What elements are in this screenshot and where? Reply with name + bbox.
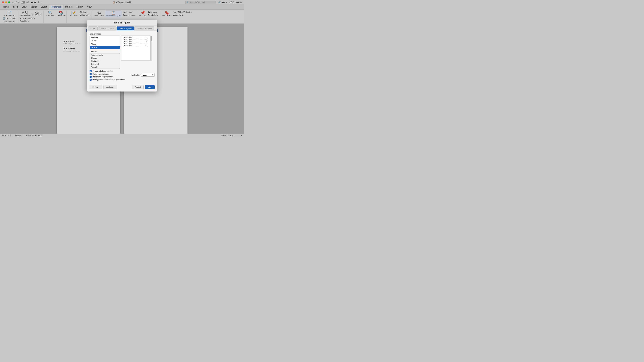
- caption-figure[interactable]: Figure: [90, 42, 120, 46]
- footer-right: Cancel OK: [132, 85, 155, 89]
- formats-list: From template Classic Distinctive Center…: [90, 53, 120, 69]
- preview-item-5: Tabelle 5: Text.........................…: [122, 45, 149, 46]
- preview-item-4: Tabelle 4: Text.........................…: [122, 43, 149, 44]
- caption-fifure[interactable]: Fifure: [90, 39, 120, 42]
- include-label-checkbox[interactable]: [90, 70, 92, 72]
- preview-item-3: Tabelle 3: Text.........................…: [122, 41, 149, 42]
- right-align-text: Right align page numbers: [92, 76, 113, 78]
- checkbox-right-align: Right align page numbers: [90, 76, 125, 78]
- caption-tabelle[interactable]: Tabelle: [90, 46, 120, 49]
- checkbox-hyperlinks: Use hyperlinks instead of page numbers: [90, 79, 125, 81]
- cancel-button[interactable]: Cancel: [132, 85, 144, 89]
- caption-column: Equation Fifure Figure Tabelle Formats: …: [90, 35, 120, 69]
- caption-equation[interactable]: Equation: [90, 36, 120, 39]
- format-distinctive[interactable]: Distinctive: [90, 59, 120, 62]
- dialog-title: Table of Figures: [87, 20, 157, 25]
- dialog-tab-toc[interactable]: Table of Contents: [98, 26, 116, 30]
- dialog-tab-index[interactable]: Index: [88, 26, 97, 30]
- format-from-template[interactable]: From template: [90, 53, 120, 56]
- caption-list: Equation Fifure Figure Tabelle: [90, 35, 120, 49]
- dialog-tab-authorities[interactable]: Table of Authorities: [134, 26, 154, 30]
- modify-button[interactable]: Modify...: [90, 85, 102, 89]
- format-formal[interactable]: Formal: [90, 65, 120, 68]
- tab-leader-row: Tab leader: ........: [131, 73, 155, 77]
- dialog-tabs: Index Table of Contents Table of Figures…: [87, 25, 157, 30]
- ok-button[interactable]: OK: [145, 85, 155, 89]
- footer-left: Modify... Options...: [90, 85, 117, 89]
- include-label-text: Include label and number: [92, 70, 113, 72]
- preview-scrollbar[interactable]: [150, 35, 152, 61]
- format-classic[interactable]: Classic: [90, 56, 120, 59]
- hyperlinks-text: Use hyperlinks instead of page numbers: [92, 79, 125, 81]
- modal-overlay: Table of Figures Index Table of Contents…: [0, 0, 244, 137]
- preview-container: Tabelle 1: Text.........................…: [121, 35, 155, 61]
- checkboxes-left: Show page numbers Right align page numbe…: [90, 73, 125, 81]
- dialog-footer: Modify... Options... Cancel OK: [87, 84, 157, 91]
- preview-column: Tabelle 1: Text.........................…: [121, 35, 155, 69]
- table-of-figures-dialog: Table of Figures Index Table of Contents…: [87, 20, 157, 91]
- preview-item-1: Tabelle 1: Text.........................…: [122, 37, 149, 38]
- formats-label: Formats:: [90, 51, 120, 53]
- dialog-tab-tof[interactable]: Table of Figures: [116, 26, 134, 30]
- options-button[interactable]: Options...: [104, 85, 117, 89]
- checkbox-include-label: Include label and number: [90, 70, 155, 72]
- caption-label: Caption label:: [90, 33, 155, 35]
- tab-leader-label: Tab leader:: [131, 74, 140, 76]
- format-centered[interactable]: Centered: [90, 62, 120, 65]
- show-page-text: Show page numbers: [92, 73, 109, 75]
- show-page-checkbox[interactable]: [90, 73, 92, 75]
- checkbox-show-page: Show page numbers: [90, 73, 125, 75]
- preview-item-2: Tabelle 2: Text.........................…: [122, 39, 149, 40]
- preview-box: Tabelle 1: Text.........................…: [121, 35, 150, 61]
- dialog-body: Caption label: Equation Fifure Figure Ta…: [87, 30, 157, 84]
- hyperlinks-checkbox[interactable]: [90, 79, 92, 81]
- right-align-checkbox[interactable]: [90, 76, 92, 78]
- checkbox-tab-row: Show page numbers Right align page numbe…: [90, 73, 155, 81]
- dialog-two-col: Equation Fifure Figure Tabelle Formats: …: [90, 35, 155, 69]
- tab-leader-select[interactable]: ........: [141, 73, 155, 77]
- scrollbar-thumb: [151, 36, 152, 41]
